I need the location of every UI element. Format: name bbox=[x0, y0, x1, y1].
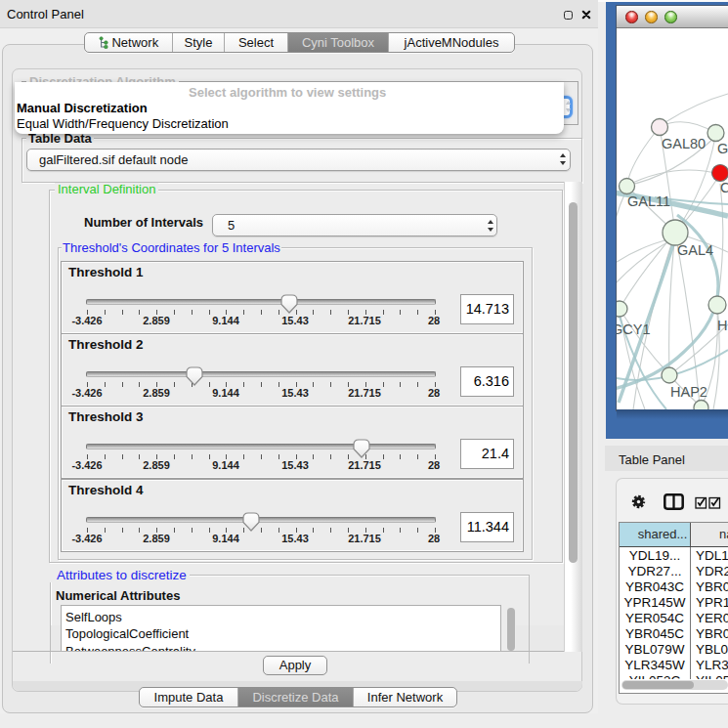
svg-text:GCY1: GCY1 bbox=[617, 321, 651, 337]
svg-text:GAL4: GAL4 bbox=[677, 242, 713, 258]
svg-text:G.: G. bbox=[717, 141, 728, 156]
svg-text:H: H bbox=[717, 318, 727, 333]
svg-text:C: C bbox=[720, 180, 728, 195]
svg-text:GAL80: GAL80 bbox=[662, 136, 706, 151]
svg-text:HAP2: HAP2 bbox=[670, 384, 707, 400]
svg-text:GAL11: GAL11 bbox=[627, 193, 670, 209]
